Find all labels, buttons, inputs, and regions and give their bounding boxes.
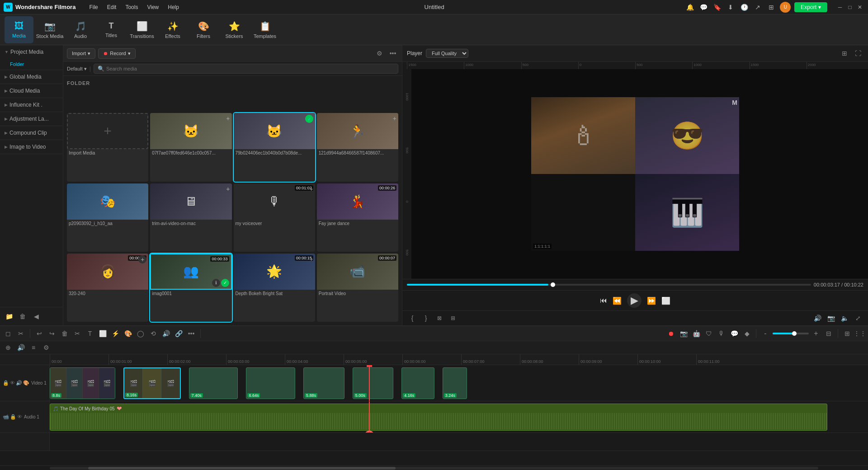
video-clip[interactable]: 7.40s <box>189 367 238 399</box>
delete-icon[interactable]: 🗑 <box>17 311 28 322</box>
camera-icon[interactable]: 📷 <box>678 328 689 339</box>
menu-tools[interactable]: Tools <box>121 0 142 14</box>
collapse-panel-icon[interactable]: ◀ <box>31 311 42 322</box>
video-clip[interactable]: 🎬 🎬 🎬 🎬 8.8s <box>50 367 115 399</box>
zoom-out-icon[interactable]: - <box>760 328 771 339</box>
quality-select[interactable]: Full Quality <box>426 49 468 58</box>
export-button[interactable]: Export ▾ <box>794 2 827 12</box>
color-icon[interactable]: 🎨 <box>123 328 133 339</box>
transform-icon[interactable]: ⟲ <box>148 328 159 339</box>
step-forward-icon[interactable]: ⏩ <box>647 296 656 305</box>
avatar[interactable]: U <box>780 2 791 13</box>
video-clip[interactable]: 4.16s <box>401 367 434 399</box>
list-item[interactable]: 💃 00:00:26 Fay jane dance <box>317 183 398 252</box>
record-timeline-icon[interactable]: ⏺ <box>665 328 676 339</box>
video-clip-selected[interactable]: 🎬 🎬 🎬 8.16s <box>123 367 181 399</box>
tool-transitions[interactable]: ⬜ Transitions <box>127 16 156 43</box>
volume-track-icon[interactable]: 🔊 <box>16 380 22 386</box>
list-item[interactable]: 👥 00:00:33 ℹ ✓ imag0001 <box>150 254 231 322</box>
add-to-timeline-icon[interactable]: ⊞ <box>448 313 458 324</box>
list-item[interactable]: 👩 00:00:15 + 320-240 <box>67 254 148 322</box>
minimize-button[interactable]: ─ <box>835 3 844 12</box>
ai-icon[interactable]: 🤖 <box>691 328 702 339</box>
eye-icon[interactable]: 👁 <box>10 380 15 386</box>
more-tools-icon[interactable]: ••• <box>186 328 197 339</box>
fit-to-window-icon[interactable]: ⊟ <box>823 328 834 339</box>
list-item[interactable]: 🏃 + 121d9944a68466587f1408607... <box>317 113 398 181</box>
lock-track-icon[interactable]: 🔒 <box>10 414 16 420</box>
delete-clip-icon[interactable]: 🗑 <box>59 328 70 339</box>
color-track-icon[interactable]: 🎨 <box>23 380 29 386</box>
tool-audio[interactable]: 🎵 Audio <box>66 16 95 43</box>
import-media-item[interactable]: + Import Media <box>67 113 148 181</box>
adjustment-la-header[interactable]: ▶ Adjustment La... <box>0 112 63 126</box>
notification-icon[interactable]: 🔔 <box>685 2 695 12</box>
add-media-icon[interactable]: + <box>226 185 230 193</box>
zoom-slider[interactable] <box>773 333 809 334</box>
redo-icon[interactable]: ↪ <box>47 328 57 339</box>
import-button[interactable]: Import ▾ <box>67 48 95 59</box>
fullscreen-icon[interactable]: ⛶ <box>853 48 863 59</box>
list-item[interactable]: 🎙 00:01:02 + my voiceover <box>234 183 315 252</box>
image-to-video-header[interactable]: ▶ Image to Video <box>0 140 63 154</box>
menu-view[interactable]: View <box>142 0 163 14</box>
close-button[interactable]: ✕ <box>855 3 864 12</box>
mic-icon[interactable]: 🎙 <box>716 328 727 339</box>
h-scrollbar-thumb[interactable] <box>88 467 396 470</box>
add-media-icon[interactable]: + <box>138 255 146 263</box>
shield-icon[interactable]: 🛡 <box>703 328 714 339</box>
tool-media[interactable]: 🖼 Media <box>5 16 33 43</box>
voice-icon[interactable]: 🔊 <box>812 313 823 324</box>
default-filter-button[interactable]: Default ▾ <box>67 66 87 72</box>
download-icon[interactable]: ⬇ <box>726 2 736 12</box>
menu-file[interactable]: File <box>85 0 102 14</box>
search-input[interactable] <box>106 66 394 71</box>
add-media-icon[interactable]: + <box>310 255 313 263</box>
video-clip[interactable]: 3.24s <box>443 367 467 399</box>
audio-adjust-icon[interactable]: 🔊 <box>160 328 171 339</box>
project-media-header[interactable]: ▼ Project Media <box>0 45 63 59</box>
maximize-button[interactable]: □ <box>845 3 854 12</box>
speed-icon[interactable]: ⚡ <box>110 328 121 339</box>
grid-timeline-icon[interactable]: ⊞ <box>842 328 853 339</box>
list-item[interactable]: 🎭 p20903092_i_h10_aa <box>67 183 148 252</box>
loop-icon[interactable]: ⬜ <box>661 296 670 305</box>
add-audio-track-icon[interactable]: 🔊 <box>15 342 26 353</box>
trim-icon[interactable]: ⊠ <box>434 313 445 324</box>
tool-stickers[interactable]: ⭐ Stickers <box>220 16 249 43</box>
select-tool-icon[interactable]: ◻ <box>3 328 14 339</box>
preview-area[interactable]: 1000 500 0 500 🕯 😎 <box>402 69 868 279</box>
expand-icon[interactable]: ⤢ <box>853 313 863 324</box>
keyframe-icon[interactable]: ◆ <box>741 328 752 339</box>
layout-icon[interactable]: ⊞ <box>839 48 850 59</box>
undo-icon[interactable]: ↩ <box>34 328 45 339</box>
sidebar-item-folder[interactable]: Folder <box>0 59 63 70</box>
out-point-icon[interactable]: } <box>420 313 431 324</box>
skip-back-icon[interactable]: ⏮ <box>600 296 607 305</box>
influence-kit-header[interactable]: ▶ Influence Kit . <box>0 98 63 112</box>
eye-track-icon[interactable]: 👁 <box>17 414 22 420</box>
video-clip[interactable]: 6.64s <box>246 367 295 399</box>
play-button[interactable]: ▶ <box>627 293 642 308</box>
audio-clip[interactable]: 🎵 The Day Of My Birthday 05 ❤ <box>50 404 827 431</box>
add-video-track-icon[interactable]: ⊕ <box>3 342 14 353</box>
mask-icon[interactable]: ◯ <box>135 328 146 339</box>
tool-filters[interactable]: 🎨 Filters <box>189 16 218 43</box>
list-item[interactable]: 📹 00:00:07 Portrait Video <box>317 254 398 322</box>
import-media-box[interactable]: + <box>67 113 148 149</box>
tool-stock-media[interactable]: 📷 Stock Media <box>35 16 64 43</box>
progress-handle[interactable] <box>551 282 555 287</box>
step-back-icon[interactable]: ⏪ <box>613 296 622 305</box>
compound-clip-header[interactable]: ▶ Compound Clip <box>0 126 63 140</box>
snapshot-icon[interactable]: 📷 <box>826 313 836 324</box>
crop-icon[interactable]: ⬜ <box>97 328 108 339</box>
list-item[interactable]: 🖥 + trim-avi-video-on-mac <box>150 183 231 252</box>
cloud-media-header[interactable]: ▶ Cloud Media <box>0 84 63 98</box>
volume-icon[interactable]: 🔈 <box>839 313 850 324</box>
playhead-handle[interactable] <box>367 365 372 367</box>
in-point-icon[interactable]: { <box>407 313 418 324</box>
zoom-handle[interactable] <box>792 331 797 336</box>
clock-icon[interactable]: 🕐 <box>739 2 749 12</box>
menu-help[interactable]: Help <box>163 0 184 14</box>
audio-playhead[interactable] <box>369 401 370 432</box>
